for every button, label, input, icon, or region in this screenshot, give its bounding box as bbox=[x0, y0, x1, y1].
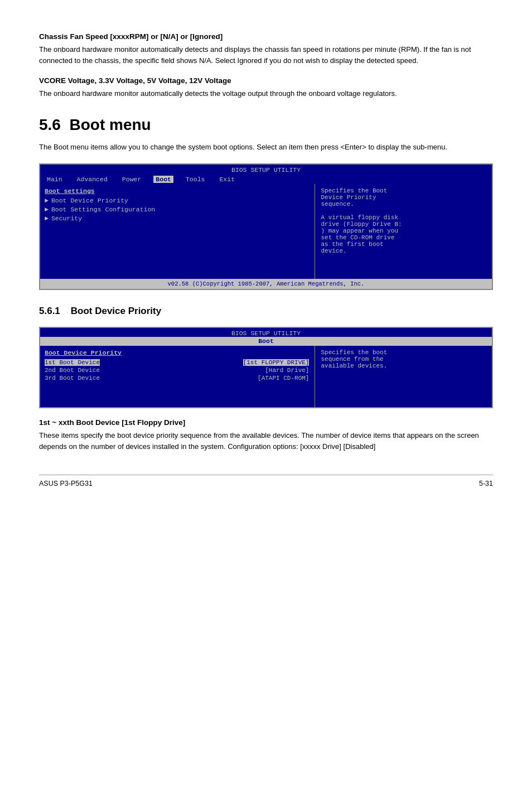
arrow-icon-3: ► bbox=[45, 215, 49, 222]
bios2-right-line-3: available devices. bbox=[321, 363, 486, 369]
footer-left: ASUS P3-P5G31 bbox=[39, 480, 93, 487]
bios-item-label-1: Boot Device Priority bbox=[51, 197, 128, 204]
bios2-row-2nd[interactable]: 2nd Boot Device [Hard Drive] bbox=[45, 367, 309, 374]
bios-right-line-4 bbox=[321, 207, 486, 214]
bios2-row-3rd[interactable]: 3rd Boot Device [ATAPI CD-ROM] bbox=[45, 375, 309, 381]
arrow-icon-2: ► bbox=[45, 206, 49, 213]
bios2-value-2nd: [Hard Drive] bbox=[265, 367, 309, 374]
sub-section-heading-561: 5.6.1 Boot Device Priority bbox=[39, 306, 493, 317]
bios2-right-panel: Specifies the boot sequence from the ava… bbox=[315, 346, 492, 407]
bios-menu-bar-1: Main Advanced Power Boot Tools Exit bbox=[40, 175, 492, 184]
bios-item-label-2: Boot Settings Configuration bbox=[51, 206, 155, 213]
bios-right-line-5: A virtual floppy disk bbox=[321, 214, 486, 221]
bios2-label-3rd: 3rd Boot Device bbox=[45, 375, 100, 381]
bios-section-label-1: Boot settings bbox=[45, 187, 309, 195]
vcore-heading: VCORE Voltage, 3.3V Voltage, 5V Voltage,… bbox=[39, 76, 493, 85]
bios-menu-main[interactable]: Main bbox=[45, 176, 65, 183]
bios2-title: BIOS SETUP UTILITY bbox=[40, 328, 492, 337]
bios-menu-boot[interactable]: Boot bbox=[153, 176, 173, 183]
bios2-row-1st[interactable]: 1st Boot Device [1st FLOPPY DRIVE] bbox=[45, 359, 309, 366]
chapter-title: Boot menu bbox=[70, 116, 151, 133]
sub-section-title: Boot Device Priority bbox=[71, 306, 162, 316]
floppy-drive-body: These items specify the boot device prio… bbox=[39, 430, 493, 452]
bios-item-label-3: Security bbox=[51, 215, 82, 222]
bios-menu-advanced[interactable]: Advanced bbox=[75, 176, 110, 183]
boot-menu-intro: The Boot menu items allow you to change … bbox=[39, 142, 493, 153]
bios-item-security[interactable]: ► Security bbox=[45, 215, 309, 222]
bios-item-boot-settings-config[interactable]: ► Boot Settings Configuration bbox=[45, 206, 309, 213]
bios-title-bar-1: BIOS SETUP UTILITY bbox=[40, 165, 492, 175]
bios-left-panel-1: Boot settings ► Boot Device Priority ► B… bbox=[40, 184, 315, 279]
footer-right: 5-31 bbox=[479, 480, 493, 487]
bios-menu-tools[interactable]: Tools bbox=[183, 176, 207, 183]
sub-section-number: 5.6.1 bbox=[39, 306, 60, 316]
bios2-right-line-2: sequence from the bbox=[321, 356, 486, 363]
chapter-heading: 5.6 Boot menu bbox=[39, 116, 493, 134]
bios2-right-line-1: Specifies the boot bbox=[321, 349, 486, 356]
bios2-subtitle: Boot bbox=[40, 337, 492, 346]
bios2-section-label: Boot Device Priority bbox=[45, 349, 309, 356]
bios2-label-1st: 1st Boot Device bbox=[45, 359, 100, 366]
bios-menu-exit[interactable]: Exit bbox=[217, 176, 237, 183]
bios-right-line-10: device. bbox=[321, 248, 486, 254]
chapter-number: 5.6 bbox=[39, 116, 61, 133]
chassis-fan-heading: Chassis Fan Speed [xxxxRPM] or [N/A] or … bbox=[39, 32, 493, 41]
bios-right-panel-1: Specifies the Boot Device Priority seque… bbox=[315, 184, 492, 279]
bios2-left-panel: Boot Device Priority 1st Boot Device [1s… bbox=[40, 346, 315, 407]
bios-right-line-8: set the CD-ROM drive bbox=[321, 234, 486, 241]
bios-right-line-9: as the first boot bbox=[321, 241, 486, 248]
bios2-value-3rd: [ATAPI CD-ROM] bbox=[258, 375, 309, 381]
bios-footer-1: v02.58 (C)Copyright 1985-2007, American … bbox=[40, 279, 492, 289]
bios-menu-power[interactable]: Power bbox=[120, 176, 144, 183]
page-footer: ASUS P3-P5G31 5-31 bbox=[39, 475, 493, 487]
bios-right-line-1: Specifies the Boot bbox=[321, 187, 486, 194]
bios-right-line-2: Device Priority bbox=[321, 194, 486, 201]
bios-item-boot-device-priority[interactable]: ► Boot Device Priority bbox=[45, 197, 309, 204]
bios-right-line-3: sequence. bbox=[321, 201, 486, 207]
bios2-label-2nd: 2nd Boot Device bbox=[45, 367, 100, 374]
bios-screen-2: BIOS SETUP UTILITY Boot Boot Device Prio… bbox=[39, 327, 493, 408]
bios-right-line-6: drive (Floppy Drive B: bbox=[321, 221, 486, 228]
floppy-drive-heading: 1st ~ xxth Boot Device [1st Floppy Drive… bbox=[39, 418, 493, 427]
arrow-icon-1: ► bbox=[45, 197, 49, 204]
vcore-body: The onboard hardware monitor automatical… bbox=[39, 88, 493, 99]
bios2-content: Boot Device Priority 1st Boot Device [1s… bbox=[40, 346, 492, 407]
bios-right-line-7: ) may appear when you bbox=[321, 228, 486, 234]
bios2-value-1st: [1st FLOPPY DRIVE] bbox=[243, 359, 309, 366]
bios-content-1: Boot settings ► Boot Device Priority ► B… bbox=[40, 184, 492, 279]
chassis-fan-body: The onboard hardware monitor automatical… bbox=[39, 44, 493, 66]
bios-screen-1: BIOS SETUP UTILITY Main Advanced Power B… bbox=[39, 163, 493, 290]
